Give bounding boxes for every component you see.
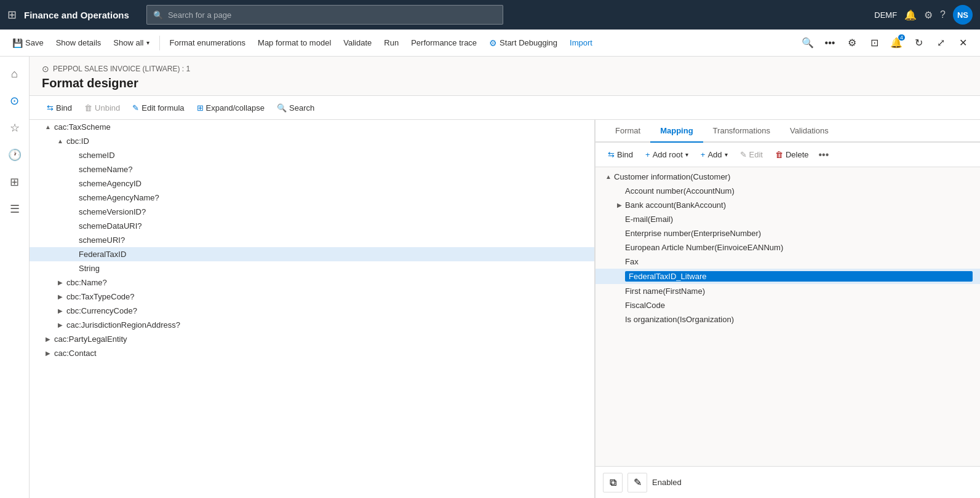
show-details-button[interactable]: Show details xyxy=(51,36,106,50)
edit-formula-btn[interactable]: ✎ Edit formula xyxy=(127,101,189,115)
add-root-btn[interactable]: + Add root ▾ xyxy=(640,148,693,162)
tree-node-cacPartyLegal[interactable]: ▶cac:PartyLegalEntity xyxy=(30,332,594,346)
show-all-button[interactable]: Show all ▾ xyxy=(108,36,154,50)
side-home-btn[interactable]: ⌂ xyxy=(2,61,27,86)
tree-node-schemeAgencyName[interactable]: schemeAgencyName? xyxy=(30,191,594,205)
side-list-btn[interactable]: ☰ xyxy=(2,197,27,221)
map-node-firstName[interactable]: First name(FirstName) xyxy=(596,284,980,298)
notification-icon[interactable]: 🔔 xyxy=(904,9,917,21)
tree-label-cacJurisdiction: cac:JurisdictionRegionAddress? xyxy=(66,320,594,330)
validate-button[interactable]: Validate xyxy=(338,36,376,50)
map-node-europeanArticle[interactable]: European Article Number(EinvoiceEANNum) xyxy=(596,240,980,255)
tree-node-cbcName[interactable]: ▶cbc:Name? xyxy=(30,275,594,290)
tree-node-schemeID[interactable]: schemeID xyxy=(30,148,594,162)
tree-toggle-cbcCurrencyCode: ▶ xyxy=(54,307,66,314)
footer-edit-btn[interactable]: ✎ xyxy=(627,473,647,492)
toolbar-close-btn[interactable]: ✕ xyxy=(953,33,973,53)
map-node-customer[interactable]: ▲Customer information(Customer) xyxy=(596,170,980,184)
save-icon: 💾 xyxy=(12,38,23,48)
tree-node-schemeName[interactable]: schemeName? xyxy=(30,162,594,176)
start-debugging-button[interactable]: ⚙ Start Debugging xyxy=(484,36,562,50)
settings-icon[interactable]: ⚙ xyxy=(924,9,933,21)
search-input[interactable] xyxy=(168,10,496,20)
toolbar-view-btn[interactable]: ⊡ xyxy=(864,33,884,53)
tree-node-schemeURI[interactable]: schemeURI? xyxy=(30,233,594,247)
map-node-fiscalCode[interactable]: FiscalCode xyxy=(596,298,980,312)
tree-node-schemeVersionID[interactable]: schemeVersionID? xyxy=(30,205,594,219)
map-format-button[interactable]: Map format to model xyxy=(253,36,336,50)
help-icon[interactable]: ? xyxy=(940,9,946,20)
footer-copy-btn[interactable]: ⧉ xyxy=(603,473,623,492)
mapping-more-icon[interactable]: ••• xyxy=(819,149,829,160)
unbind-action-btn[interactable]: 🗑 Unbind xyxy=(79,101,125,115)
tree-label-schemeDataURI: schemeDataURI? xyxy=(79,221,594,231)
tree-node-cacJurisdiction[interactable]: ▶cac:JurisdictionRegionAddress? xyxy=(30,318,594,332)
tab-mapping[interactable]: Mapping xyxy=(650,120,703,143)
bind-action-btn[interactable]: ⇆ Bind xyxy=(42,101,77,115)
map-label-enterpriseNum: Enterprise number(EnterpriseNumber) xyxy=(625,229,973,238)
search-icon: 🔍 xyxy=(153,10,163,20)
map-node-bankAccount[interactable]: ▶Bank account(BankAccount) xyxy=(596,198,980,212)
side-clock-btn[interactable]: 🕐 xyxy=(2,143,27,167)
format-enumerations-button[interactable]: Format enumerations xyxy=(165,36,251,50)
map-node-fax[interactable]: Fax xyxy=(596,255,980,269)
tree-node-cbcTaxTypeCode[interactable]: ▶cbc:TaxTypeCode? xyxy=(30,290,594,304)
toolbar-more-btn[interactable]: ••• xyxy=(820,33,840,53)
toolbar-refresh-btn[interactable]: ↻ xyxy=(909,33,928,53)
tree-label-schemeAgencyName: schemeAgencyName? xyxy=(79,193,594,202)
tab-format[interactable]: Format xyxy=(605,120,650,143)
toolbar-search-icon-btn[interactable]: 🔍 xyxy=(798,33,818,53)
side-filter-btn[interactable]: ⊙ xyxy=(2,89,27,113)
side-star-btn[interactable]: ☆ xyxy=(2,116,27,140)
tree-node-schemeAgencyID[interactable]: schemeAgencyID xyxy=(30,176,594,191)
map-node-email[interactable]: E-mail(Email) xyxy=(596,212,980,226)
tree-node-string[interactable]: String xyxy=(30,261,594,275)
show-all-caret: ▾ xyxy=(146,39,149,46)
toolbar-notif-btn[interactable]: 🔔4 xyxy=(886,33,906,53)
map-node-accountNum[interactable]: Account number(AccountNum) xyxy=(596,184,980,198)
expand-collapse-btn[interactable]: ⊞ Expand/collapse xyxy=(192,101,269,115)
action-bar: ⇆ Bind 🗑 Unbind ✎ Edit formula ⊞ Expand/… xyxy=(30,95,980,120)
run-button[interactable]: Run xyxy=(379,36,404,50)
tree-label-taxScheme: cac:TaxScheme xyxy=(54,122,594,132)
add-btn[interactable]: + Add ▾ xyxy=(696,148,733,162)
expand-icon: ⊞ xyxy=(197,103,204,113)
tree-node-taxScheme[interactable]: ▲cac:TaxScheme xyxy=(30,120,594,134)
search-bar[interactable]: 🔍 xyxy=(146,5,503,25)
breadcrumb-icon: ⊙ xyxy=(42,64,49,74)
grid-icon[interactable]: ⊞ xyxy=(7,8,17,22)
map-label-europeanArticle: European Article Number(EinvoiceEANNum) xyxy=(625,243,973,252)
delete-btn[interactable]: 🗑 Delete xyxy=(770,148,814,162)
tree-label-schemeVersionID: schemeVersionID? xyxy=(79,207,594,216)
toolbar-sep-1 xyxy=(159,36,160,50)
left-tree-pane: ▲cac:TaxScheme▲cbc:IDschemeIDschemeName?… xyxy=(30,120,596,498)
map-label-firstName: First name(FirstName) xyxy=(625,287,973,296)
side-grid-btn[interactable]: ⊞ xyxy=(2,170,27,194)
map-label-email: E-mail(Email) xyxy=(625,215,973,224)
mapping-bind-btn[interactable]: ⇆ Bind xyxy=(603,148,638,162)
add-root-caret: ▾ xyxy=(685,151,688,158)
map-node-isOrganization[interactable]: Is organization(IsOrganization) xyxy=(596,312,980,326)
toolbar-settings-btn[interactable]: ⚙ xyxy=(842,33,862,53)
tree-node-cacContact[interactable]: ▶cac:Contact xyxy=(30,346,594,360)
map-node-enterpriseNum[interactable]: Enterprise number(EnterpriseNumber) xyxy=(596,226,980,240)
tree-label-cacPartyLegal: cac:PartyLegalEntity xyxy=(54,334,594,344)
save-button[interactable]: 💾 Save xyxy=(7,36,49,50)
search-action-btn[interactable]: 🔍 Search xyxy=(272,101,319,115)
tree-node-cbcCurrencyCode[interactable]: ▶cbc:CurrencyCode? xyxy=(30,304,594,318)
toolbar-expand-btn[interactable]: ⤢ xyxy=(931,33,950,53)
tab-transformations[interactable]: Transformations xyxy=(703,120,780,143)
mapping-bind-icon: ⇆ xyxy=(608,150,615,159)
tab-validations[interactable]: Validations xyxy=(780,120,839,143)
performance-trace-button[interactable]: Performance trace xyxy=(406,36,482,50)
edit-btn[interactable]: ✎ Edit xyxy=(735,148,768,162)
map-node-federalTaxIDLitware[interactable]: FederalTaxID_Litware xyxy=(596,269,980,284)
tree-node-federalTaxID[interactable]: FederalTaxID xyxy=(30,247,594,261)
tree-node-schemeDataURI[interactable]: schemeDataURI? xyxy=(30,219,594,233)
avatar[interactable]: NS xyxy=(953,5,973,25)
import-button[interactable]: Import xyxy=(565,36,597,50)
main-toolbar: 💾 Save Show details Show all ▾ Format en… xyxy=(0,30,980,57)
tree-node-cbcID[interactable]: ▲cbc:ID xyxy=(30,134,594,148)
status-label: Enabled xyxy=(652,478,682,487)
map-label-isOrganization: Is organization(IsOrganization) xyxy=(625,315,973,324)
